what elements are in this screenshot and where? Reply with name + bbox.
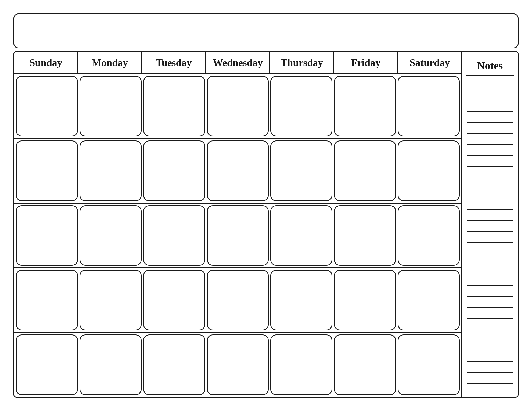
day-cell-4-1[interactable]	[16, 270, 78, 330]
day-cell-4-6[interactable]	[334, 270, 396, 330]
day-cell-4-2[interactable]	[80, 270, 142, 330]
notes-line	[467, 177, 513, 177]
day-cell-2-6[interactable]	[334, 140, 396, 201]
notes-column: Notes	[461, 52, 518, 397]
day-cell-4-5[interactable]	[270, 270, 332, 330]
day-cell-1-4[interactable]	[207, 76, 269, 136]
notes-line	[467, 111, 513, 112]
header-monday: Monday	[78, 52, 142, 73]
notes-line	[467, 90, 513, 90]
weeks-container	[14, 74, 461, 397]
notes-line	[467, 166, 513, 167]
notes-line	[467, 383, 513, 384]
calendar-grid: Sunday Monday Tuesday Wednesday Thursday…	[14, 52, 461, 397]
day-cell-1-6[interactable]	[334, 76, 396, 136]
notes-line	[467, 220, 513, 221]
notes-line	[467, 296, 513, 297]
notes-line	[467, 264, 513, 264]
notes-line	[467, 318, 513, 319]
notes-line	[467, 101, 513, 101]
notes-line	[467, 133, 513, 134]
day-cell-1-5[interactable]	[270, 76, 332, 136]
days-header: Sunday Monday Tuesday Wednesday Thursday…	[14, 52, 461, 74]
header-tuesday: Tuesday	[142, 52, 206, 73]
day-cell-5-3[interactable]	[143, 334, 205, 395]
day-cell-1-3[interactable]	[143, 76, 205, 136]
calendar-main: Sunday Monday Tuesday Wednesday Thursday…	[13, 51, 519, 398]
week-row-3	[14, 204, 461, 268]
notes-line	[467, 155, 513, 156]
day-cell-2-2[interactable]	[80, 140, 142, 201]
calendar-wrapper: Sunday Monday Tuesday Wednesday Thursday…	[13, 13, 519, 398]
day-cell-5-6[interactable]	[334, 334, 396, 395]
notes-line	[467, 242, 513, 243]
day-cell-3-6[interactable]	[334, 205, 396, 266]
notes-title: Notes	[466, 55, 514, 76]
day-cell-2-1[interactable]	[16, 140, 78, 201]
week-row-2	[14, 139, 461, 204]
day-cell-5-7[interactable]	[398, 334, 460, 395]
week-row-5	[14, 333, 461, 397]
day-cell-3-5[interactable]	[270, 205, 332, 266]
day-cell-2-4[interactable]	[207, 140, 269, 201]
title-bar[interactable]	[13, 13, 519, 48]
notes-line	[467, 329, 513, 329]
day-cell-5-2[interactable]	[80, 334, 142, 395]
day-cell-3-7[interactable]	[398, 205, 460, 266]
day-cell-3-1[interactable]	[16, 205, 78, 266]
notes-line	[467, 253, 513, 253]
notes-lines	[466, 80, 514, 394]
day-cell-2-3[interactable]	[143, 140, 205, 201]
day-cell-2-7[interactable]	[398, 140, 460, 201]
notes-line	[467, 122, 513, 123]
day-cell-3-3[interactable]	[143, 205, 205, 266]
day-cell-4-4[interactable]	[207, 270, 269, 330]
header-sunday: Sunday	[14, 52, 78, 73]
notes-line	[467, 188, 513, 188]
notes-line	[467, 372, 513, 373]
notes-line	[467, 307, 513, 308]
week-row-4	[14, 268, 461, 333]
header-thursday: Thursday	[270, 52, 334, 73]
header-wednesday: Wednesday	[206, 52, 270, 73]
notes-line	[467, 361, 513, 362]
notes-line	[467, 351, 513, 351]
notes-line	[467, 144, 513, 145]
day-cell-4-7[interactable]	[398, 270, 460, 330]
day-cell-4-3[interactable]	[143, 270, 205, 330]
week-row-1	[14, 74, 461, 139]
day-cell-3-4[interactable]	[207, 205, 269, 266]
notes-line	[467, 340, 513, 340]
notes-line	[467, 209, 513, 210]
day-cell-2-5[interactable]	[270, 140, 332, 201]
day-cell-1-1[interactable]	[16, 76, 78, 136]
day-cell-3-2[interactable]	[80, 205, 142, 266]
day-cell-1-7[interactable]	[398, 76, 460, 136]
day-cell-1-2[interactable]	[80, 76, 142, 136]
header-saturday: Saturday	[398, 52, 461, 73]
day-cell-5-4[interactable]	[207, 334, 269, 395]
notes-line	[467, 285, 513, 286]
header-friday: Friday	[334, 52, 398, 73]
notes-line	[467, 231, 513, 232]
day-cell-5-1[interactable]	[16, 334, 78, 395]
notes-line	[467, 275, 513, 275]
day-cell-5-5[interactable]	[270, 334, 332, 395]
notes-line	[467, 199, 513, 199]
